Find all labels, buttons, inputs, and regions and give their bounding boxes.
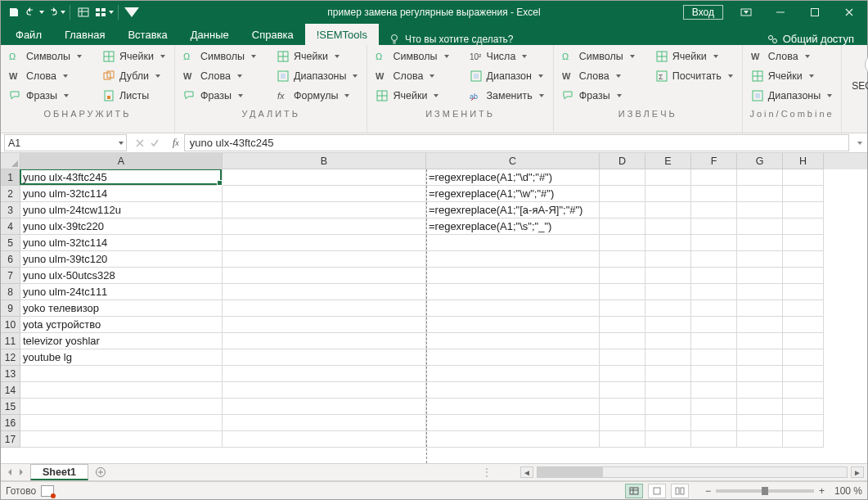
cell[interactable] <box>783 251 824 268</box>
cell[interactable] <box>691 251 737 268</box>
cmd-detect-symbols[interactable]: ΩСимволы <box>7 48 84 65</box>
cell[interactable] <box>426 431 600 448</box>
cell[interactable] <box>737 300 783 317</box>
cell[interactable]: =regexreplace(A1;"[а-яА-Я]";"#") <box>426 202 600 218</box>
tab-nav-prev-icon[interactable] <box>6 468 14 476</box>
cmd-remove-words[interactable]: WСлова <box>182 68 259 84</box>
cmd-extract-phrases[interactable]: Фразы <box>560 88 637 104</box>
cell[interactable] <box>737 366 783 382</box>
cell[interactable] <box>426 382 600 399</box>
cmd-remove-cells[interactable]: Ячейки <box>275 48 360 65</box>
cell[interactable] <box>426 415 600 431</box>
cell[interactable] <box>691 366 737 382</box>
cell[interactable]: yuno ulm-32tc114 <box>20 235 223 251</box>
zoom-slider[interactable] <box>716 489 814 493</box>
cell[interactable] <box>20 431 223 448</box>
row-head[interactable]: 4 <box>1 218 20 235</box>
cell[interactable] <box>737 186 783 202</box>
cell[interactable]: yuno ulm-24tc111 <box>20 284 223 300</box>
cell[interactable] <box>223 186 426 202</box>
tab-data[interactable]: Данные <box>179 24 241 45</box>
close-button[interactable] <box>833 1 866 24</box>
cell[interactable] <box>223 333 426 349</box>
cell[interactable] <box>600 251 645 268</box>
cell[interactable] <box>600 235 645 251</box>
cell[interactable] <box>691 317 737 333</box>
cell[interactable] <box>645 333 691 349</box>
cell[interactable] <box>691 218 737 235</box>
cmd-remove-formulas[interactable]: fxФормулы <box>275 88 360 104</box>
cell[interactable] <box>737 284 783 300</box>
sheet-tab[interactable]: Sheet1 <box>30 464 88 480</box>
cell[interactable] <box>223 235 426 251</box>
cell[interactable] <box>20 382 223 399</box>
cell[interactable]: yuno ulx-50utcs328 <box>20 268 223 284</box>
cell[interactable] <box>600 169 645 186</box>
cell[interactable] <box>426 399 600 415</box>
cmd-detect-doubles[interactable]: Дубли <box>101 68 168 84</box>
cell[interactable] <box>20 399 223 415</box>
add-sheet-button[interactable] <box>92 463 110 481</box>
cell[interactable] <box>645 186 691 202</box>
name-box[interactable]: A1 <box>4 134 127 151</box>
cancel-icon[interactable] <box>135 138 145 148</box>
cell[interactable] <box>783 186 824 202</box>
cell[interactable] <box>737 251 783 268</box>
col-head[interactable]: C <box>426 153 600 169</box>
cell[interactable] <box>600 317 645 333</box>
cell[interactable] <box>691 169 737 186</box>
cell[interactable] <box>645 218 691 235</box>
cell[interactable] <box>737 415 783 431</box>
cell[interactable] <box>223 431 426 448</box>
col-head[interactable]: B <box>223 153 426 169</box>
tab-file[interactable]: Файл <box>4 24 53 45</box>
view-page-break-button[interactable] <box>671 484 689 498</box>
cell[interactable] <box>783 333 824 349</box>
cmd-remove-ranges[interactable]: Диапазоны <box>275 68 360 84</box>
row-head[interactable]: 10 <box>1 317 20 333</box>
cell[interactable] <box>600 431 645 448</box>
cmd-change-symbols[interactable]: ΩСимволы <box>374 48 451 65</box>
cell[interactable] <box>691 382 737 399</box>
cell[interactable] <box>783 366 824 382</box>
cell[interactable]: televizor yoshlar <box>20 333 223 349</box>
cell[interactable] <box>783 399 824 415</box>
cell[interactable] <box>223 300 426 317</box>
cell[interactable] <box>223 284 426 300</box>
cell[interactable] <box>645 251 691 268</box>
cell[interactable]: yuno ulx-43ftc245 <box>20 169 223 186</box>
cell[interactable] <box>645 366 691 382</box>
cell[interactable] <box>223 349 426 366</box>
cmd-change-range[interactable]: Диапазон <box>468 68 546 84</box>
cmd-extract-count[interactable]: ΣПосчитать <box>654 68 735 84</box>
save-icon[interactable] <box>4 3 24 21</box>
cell[interactable] <box>426 366 600 382</box>
zoom-out-button[interactable]: − <box>705 485 711 497</box>
ribbon-options-icon[interactable] <box>730 1 762 24</box>
cell[interactable] <box>645 415 691 431</box>
cell[interactable] <box>426 268 600 284</box>
macro-record-icon[interactable] <box>41 485 54 497</box>
row-head[interactable]: 5 <box>1 235 20 251</box>
row-head[interactable]: 11 <box>1 333 20 349</box>
login-button[interactable]: Вход <box>683 5 723 20</box>
row-head[interactable]: 16 <box>1 415 20 431</box>
fx-icon[interactable]: fx <box>168 133 184 152</box>
cell[interactable] <box>783 415 824 431</box>
cmd-remove-symbols[interactable]: ΩСимволы <box>182 48 259 65</box>
formula-input[interactable]: yuno ulx-43ftc245 <box>184 134 849 151</box>
cell[interactable] <box>645 349 691 366</box>
tab-help[interactable]: Справка <box>241 24 305 45</box>
cell[interactable] <box>426 333 600 349</box>
col-head[interactable]: G <box>737 153 783 169</box>
cell[interactable] <box>737 333 783 349</box>
cell[interactable]: =regexreplace(A1;"\d";"#") <box>426 169 600 186</box>
row-head[interactable]: 6 <box>1 251 20 268</box>
cmd-join-words[interactable]: WСлова <box>749 48 834 65</box>
row-head[interactable]: 8 <box>1 284 20 300</box>
cells-area[interactable]: yuno ulx-43ftc245=regexreplace(A1;"\d";"… <box>20 169 867 463</box>
cell[interactable] <box>600 349 645 366</box>
tab-home[interactable]: Главная <box>53 24 116 45</box>
cell[interactable] <box>737 382 783 399</box>
maximize-button[interactable] <box>798 1 831 24</box>
